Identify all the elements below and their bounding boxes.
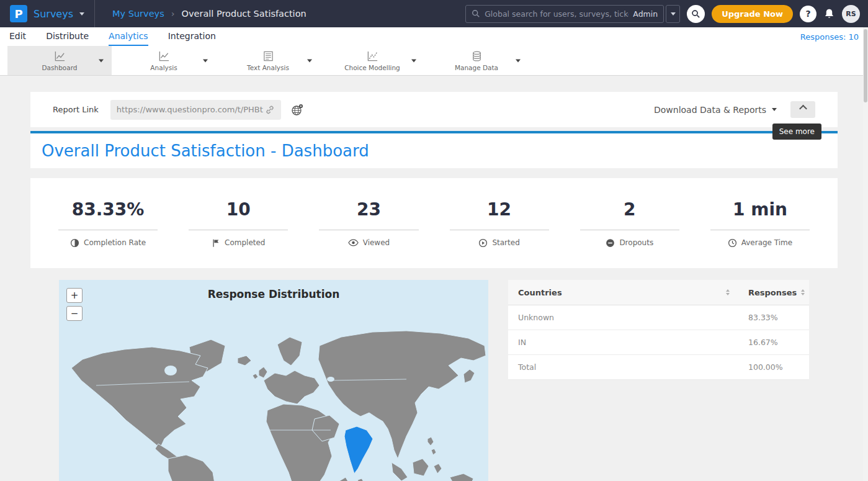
title-bar: Overall Product Satisfaction - Dashboard [30,133,838,168]
europe-region [264,371,320,404]
breadcrumb-parent-link[interactable]: My Surveys [112,9,164,19]
sort-icon[interactable] [726,289,730,295]
clock-icon [728,238,737,248]
scandinavia-region [277,337,302,366]
india-region[interactable] [344,426,373,474]
notifications-button[interactable] [823,8,835,20]
stat-average-time: 1 min Average Time [695,199,825,248]
text-analysis-icon [262,50,274,62]
stat-completed: 10 Completed [173,199,303,248]
download-data-reports-button[interactable]: Download Data & Reports [654,105,777,115]
toolbar-item-text-analysis[interactable]: Text Analysis [216,46,320,75]
map-zoom-controls: + − [66,288,83,321]
eye-icon [348,239,359,246]
distribution-section: Response Distribution + − [30,280,838,481]
globe-gear-icon [290,103,304,117]
questionpro-logo: P [10,5,27,22]
stat-dropouts: 2 Dropouts [565,199,695,248]
upgrade-now-button[interactable]: Upgrade Now [712,5,793,23]
search-scope-label[interactable]: Admin [633,9,658,19]
stat-viewed: 23 Viewed [303,199,434,247]
user-avatar[interactable]: RS [842,5,860,23]
chevron-down-icon [772,108,777,111]
chevron-down-icon[interactable] [203,59,208,62]
report-link-bar: Report Link https://www.questionpro.com/… [30,92,838,127]
nav-item-analytics[interactable]: Analytics [109,27,148,46]
breadcrumb-current: Overall Product Satisfaction [182,9,306,19]
global-search-input[interactable] [485,9,629,19]
link-icon[interactable] [265,105,275,115]
minus-circle-icon [606,238,615,248]
chevron-down-icon[interactable] [307,59,312,62]
chevron-down-icon[interactable] [99,59,104,62]
flag-icon [212,238,220,248]
response-distribution-card: Response Distribution + − [59,280,488,481]
choice-modelling-icon [367,50,378,62]
see-more-tooltip: See more [772,124,821,140]
nav-item-distribute[interactable]: Distribute [46,27,89,46]
dashboard-chart-icon [54,50,66,62]
scrollbar-thumb[interactable] [864,29,867,102]
topbar-actions: Admin Upgrade Now ? RS [465,5,868,23]
database-icon [471,50,483,62]
responses-count[interactable]: Responses: 10 [800,27,859,46]
zoom-out-button[interactable]: − [66,306,83,321]
table-row: Unknown 83.33% [508,305,809,330]
countries-table-header: Countries Responses [508,280,809,305]
countries-column-header[interactable]: Countries [508,288,736,297]
chevron-down-icon [79,12,84,16]
responses-column-header[interactable]: Responses [736,288,809,297]
report-link-label: Report Link [53,105,99,114]
page-content: Report Link https://www.questionpro.com/… [0,92,868,481]
toolbar-item-dashboard[interactable]: Dashboard [7,46,112,75]
africa-region [266,404,334,481]
search-icon [691,9,700,19]
page-title: Overall Product Satisfaction - Dashboard [42,142,369,160]
report-settings-button[interactable] [290,103,304,117]
table-row: IN 16.67% [508,330,809,355]
global-search: Admin [465,5,680,23]
table-row: Total 100.00% [508,355,809,380]
global-search-box[interactable]: Admin [465,5,664,23]
nav-item-integration[interactable]: Integration [168,27,216,46]
south-america-region [168,455,215,481]
report-link-url[interactable]: https://www.questionpro.com/t/PHBt [117,105,265,114]
breadcrumb-separator: › [171,9,175,19]
chevron-down-icon [671,12,676,16]
help-button[interactable]: ? [800,6,817,22]
toolbar-item-manage-data[interactable]: Manage Data [424,46,529,75]
stat-started: 12 Started [434,199,565,248]
north-america-region [71,347,208,448]
sort-icon[interactable] [801,289,805,295]
toolbar-item-analysis[interactable]: Analysis [112,46,216,75]
product-switcher[interactable]: P Surveys [0,0,95,27]
chevron-down-icon[interactable] [516,59,521,62]
scrollbar[interactable] [863,27,868,481]
map-title: Response Distribution [59,280,488,300]
nav-item-edit[interactable]: Edit [9,27,26,46]
chevron-down-icon[interactable] [411,59,416,62]
breadcrumb: My Surveys › Overall Product Satisfactio… [112,9,306,19]
advanced-search-button[interactable] [687,5,705,23]
topbar: P Surveys My Surveys › Overall Product S… [0,0,868,27]
asia-region [318,331,486,459]
chevron-up-icon [799,105,807,113]
stats-bar: 83.33% Completion Rate 10 Completed 23 V… [30,178,838,268]
analysis-chart-icon [158,50,170,62]
report-link-url-box[interactable]: https://www.questionpro.com/t/PHBt [110,100,281,120]
see-more-toggle[interactable] [790,101,815,118]
play-circle-icon [478,238,488,248]
survey-nav: Edit Distribute Analytics Integration Re… [0,27,868,46]
analytics-toolbar: Dashboard Analysis Text Analysis Choice … [0,46,868,76]
search-icon [472,9,480,18]
countries-table: Countries Responses Unknown 83.33% IN 16… [508,280,809,380]
search-scope-dropdown[interactable] [666,5,680,23]
stat-completion-rate: 83.33% Completion Rate [43,199,173,248]
contrast-circle-icon [70,238,79,248]
world-map[interactable] [59,306,488,481]
toolbar-item-choice-modelling[interactable]: Choice Modelling [320,46,424,75]
product-label: Surveys [34,8,73,20]
bell-icon [823,8,835,20]
zoom-in-button[interactable]: + [66,288,83,303]
